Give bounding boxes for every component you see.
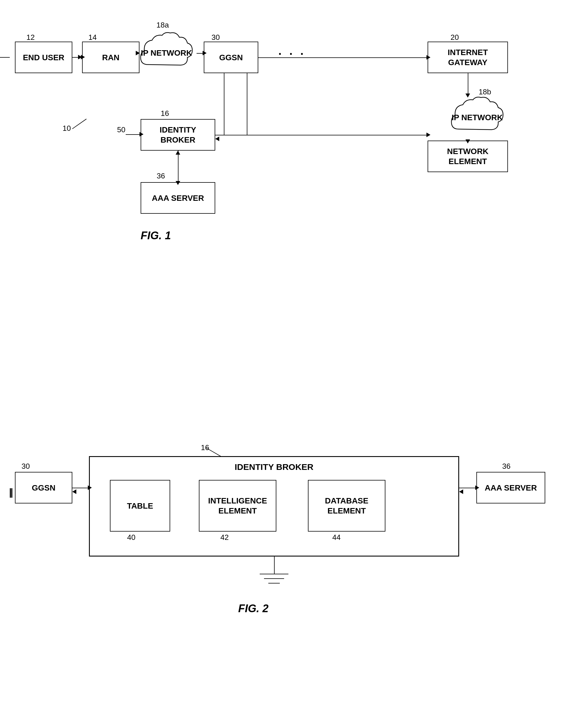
line-ran-cloud bbox=[0, 57, 10, 58]
v-ib-aaa bbox=[178, 150, 179, 182]
arr-ib-ggsn-fig2 bbox=[72, 490, 76, 494]
h-ggsn-gateway bbox=[258, 57, 428, 58]
h-ggsn-ib-fig2 bbox=[72, 488, 89, 488]
aaa-server-box-fig1: AAA SERVER bbox=[141, 182, 215, 214]
aaa-server-box-fig2: AAA SERVER bbox=[476, 472, 545, 503]
v-ggsn1-ib bbox=[224, 119, 225, 135]
v-gateway-cloud bbox=[468, 73, 468, 95]
ref-44: 44 bbox=[332, 533, 340, 542]
ggsn-box-fig2: GGSN bbox=[15, 472, 72, 503]
diagram-container: 12 END USER 14 RAN 18a IP NETWORK 30 GGS… bbox=[0, 0, 588, 710]
arr-enduser-ran bbox=[81, 55, 85, 60]
intelligence-element-box: INTELLIGENCE ELEMENT bbox=[199, 480, 276, 531]
ip-network-a-cloud: IP NETWORK bbox=[136, 30, 196, 76]
ref-30-fig2: 30 bbox=[22, 462, 30, 471]
arr-gateway-cloud bbox=[466, 94, 470, 97]
arr-cloud-ne bbox=[466, 139, 470, 143]
ran-box: RAN bbox=[82, 42, 139, 73]
arr-ne-ib bbox=[215, 137, 219, 141]
end-user-box: END USER bbox=[15, 42, 72, 73]
ggsn-box-fig1: GGSN bbox=[204, 42, 258, 73]
internet-gateway-box: INTERNET GATEWAY bbox=[428, 42, 508, 73]
arr-50-ib bbox=[139, 132, 143, 137]
identity-broker-outer-box: IDENTITY BROKER TABLE INTELLIGENCE ELEME… bbox=[89, 456, 459, 557]
identity-broker-outer-label: IDENTITY BROKER bbox=[90, 462, 458, 472]
ref-36-fig2: 36 bbox=[502, 462, 511, 471]
ground-line-1 bbox=[260, 574, 288, 574]
table-box: TABLE bbox=[110, 480, 170, 531]
identity-broker-box: IDENTITY BROKER bbox=[141, 119, 215, 150]
h-50-ib bbox=[126, 134, 141, 135]
v-ggsn2 bbox=[247, 73, 248, 119]
ground-line-3 bbox=[268, 583, 280, 584]
arr-cloud-ggsn bbox=[203, 51, 207, 55]
ref-42: 42 bbox=[220, 533, 229, 542]
v-ggsn1 bbox=[224, 73, 225, 119]
arr-aaa-ib bbox=[175, 150, 180, 155]
ref-14: 14 bbox=[88, 33, 97, 42]
arr-aaa-ib-fig2 bbox=[459, 490, 463, 494]
ref-50: 50 bbox=[117, 125, 125, 134]
ground-line-2 bbox=[264, 578, 284, 579]
ref-36-fig1: 36 bbox=[157, 171, 165, 181]
ref-16-fig2: 16 bbox=[201, 443, 209, 452]
database-element-box: DATABASE ELEMENT bbox=[308, 480, 385, 531]
ref-20: 20 bbox=[450, 33, 459, 42]
arr-ran-cloud bbox=[136, 51, 140, 55]
arr-ib-aaa-fig2 bbox=[475, 486, 479, 490]
ref-30-fig1: 30 bbox=[211, 33, 220, 42]
v-ggsn2-ib bbox=[247, 119, 248, 135]
ref-10-arrow bbox=[72, 119, 86, 129]
arr-ggsn-gateway bbox=[426, 55, 430, 60]
fig2-label: FIG. 2 bbox=[238, 602, 268, 615]
h-enduser-ran bbox=[72, 57, 82, 58]
h-ib-ne bbox=[215, 135, 428, 135]
network-element-box: NETWORK ELEMENT bbox=[428, 141, 508, 172]
h-ib-aaa-fig2 bbox=[459, 488, 476, 488]
ref-18a: 18a bbox=[157, 21, 169, 29]
ip-network-b-cloud: IP NETWORK bbox=[447, 95, 508, 141]
fig1-label: FIG. 1 bbox=[141, 230, 171, 242]
ref-40: 40 bbox=[127, 533, 136, 542]
arr-ggsn-ib-fig2 bbox=[88, 486, 92, 490]
ref-16-arrow bbox=[206, 448, 221, 457]
double-line-symbol: ∥ bbox=[8, 487, 13, 498]
arr-ib-aaa bbox=[175, 181, 180, 185]
arr-ib-ne bbox=[426, 133, 430, 137]
dots-fig1: . . . bbox=[278, 45, 306, 57]
ref-12: 12 bbox=[26, 33, 35, 42]
ref-16-fig1: 16 bbox=[161, 109, 169, 118]
v-ground bbox=[274, 557, 275, 574]
ref-10: 10 bbox=[63, 124, 71, 133]
